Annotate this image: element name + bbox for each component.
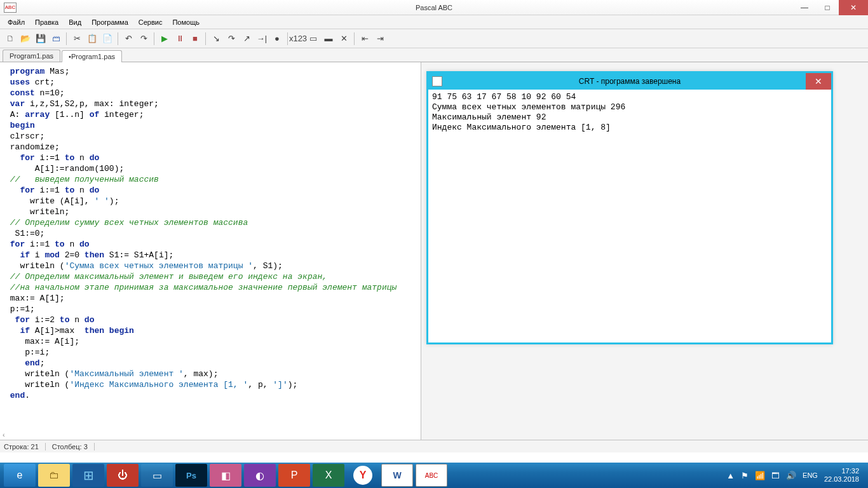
taskbar-powerpoint[interactable]: P [278, 464, 310, 487]
taskbar-word[interactable]: W [381, 464, 413, 487]
toolbar: 🗋📂💾🗃✂📋📄↶↷▶⏸■↘↷↗→|●x123▭▬✕⇤⇥ [0, 29, 868, 48]
save-icon[interactable]: 💾 [34, 32, 47, 45]
tray-up-icon[interactable]: ▲ [726, 471, 735, 480]
crt-close-button[interactable]: ✕ [806, 73, 831, 90]
system-tray: ▲ ⚑ 📶 🗔 🔊 ENG 17:32 22.03.2018 [726, 467, 865, 484]
toolbar-separator [287, 32, 288, 45]
toolbar-separator [66, 32, 67, 45]
toolbar-separator [205, 32, 206, 45]
code-editor[interactable]: program Mas; uses crt; const n=10; var i… [0, 62, 421, 440]
taskbar-explorer[interactable]: 🗀 [38, 464, 70, 487]
stop-icon[interactable]: ■ [189, 32, 201, 45]
pause-icon[interactable]: ⏸ [173, 32, 186, 45]
step-out-icon[interactable]: ↗ [240, 32, 253, 45]
tab-strip: Program1.pas•Program1.pas [0, 48, 868, 62]
run-to-cursor-icon[interactable]: →| [255, 32, 268, 45]
taskbar-start[interactable]: ⊞ [72, 464, 104, 487]
crt-output: 91 75 63 17 67 58 10 92 60 54 Сумма всех… [428, 90, 831, 135]
status-column: Столбец: 3 [52, 443, 95, 451]
battery-icon[interactable]: 🗔 [771, 471, 780, 480]
taskbar-app-pink[interactable]: ◧ [210, 464, 241, 487]
undo-icon[interactable]: ↶ [122, 32, 135, 45]
tab-Program1pas[interactable]: •Program1.pas [62, 50, 122, 62]
paste-icon[interactable]: 📄 [101, 32, 114, 45]
menu-правка[interactable]: Правка [30, 17, 64, 28]
toolbar-separator [118, 32, 118, 45]
toolbar-separator [154, 32, 154, 45]
flag-icon[interactable]: ⚑ [741, 471, 749, 480]
taskbar-excel[interactable]: X [313, 464, 344, 487]
clear-icon[interactable]: ✕ [337, 32, 350, 45]
indent-right-icon[interactable]: ⇥ [374, 32, 386, 45]
menu-сервис[interactable]: Сервис [133, 17, 168, 28]
minimize-button[interactable]: — [793, 0, 816, 15]
windows-taskbar: e🗀⊞⏻▭Ps◧◐PXYWABC ▲ ⚑ 📶 🗔 🔊 ENG 17:32 22.… [0, 463, 868, 488]
taskbar-generic1[interactable]: ▭ [141, 464, 173, 487]
menu-помощь[interactable]: Помощь [167, 17, 205, 28]
close-button[interactable]: ✕ [839, 0, 868, 15]
maximize-button[interactable]: □ [816, 0, 839, 15]
copy-icon[interactable]: 📋 [86, 32, 98, 45]
menu-bar: ФайлПравкаВидПрограммаСервисПомощь [0, 15, 868, 29]
crt-title-text: CRT - программа завершена [579, 77, 681, 86]
step-into-icon[interactable]: ↘ [210, 32, 222, 45]
volume-icon[interactable]: 🔊 [786, 471, 796, 480]
indent-left-icon[interactable]: ⇤ [358, 32, 371, 45]
crt-window: CRT - программа завершена ✕ 91 75 63 17 … [426, 71, 833, 344]
save-all-icon[interactable]: 🗃 [50, 32, 62, 45]
toolbar-separator [354, 32, 355, 45]
taskbar-app-violet[interactable]: ◐ [244, 464, 276, 487]
window-icon[interactable]: ▭ [307, 32, 320, 45]
taskbar-ie[interactable]: e [4, 464, 36, 487]
run-icon[interactable]: ▶ [158, 32, 171, 45]
redo-icon[interactable]: ↷ [137, 32, 150, 45]
new-file-icon[interactable]: 🗋 [4, 32, 17, 45]
menu-программа[interactable]: Программа [86, 17, 133, 28]
menu-вид[interactable]: Вид [64, 17, 86, 28]
breakpoint-icon[interactable]: ● [271, 32, 283, 45]
watch-icon[interactable]: x123 [292, 32, 304, 45]
right-pane: CRT - программа завершена ✕ 91 75 63 17 … [421, 62, 868, 440]
status-line: Строка: 21 [4, 443, 46, 451]
console-icon[interactable]: ▬ [322, 32, 335, 45]
menu-файл[interactable]: Файл [3, 17, 30, 28]
cut-icon[interactable]: ✂ [71, 32, 83, 45]
crt-title-bar[interactable]: CRT - программа завершена ✕ [428, 73, 831, 90]
taskbar-photoshop[interactable]: Ps [175, 464, 207, 487]
tab-Program1pas[interactable]: Program1.pas [3, 50, 60, 62]
taskbar-pascal-abc[interactable]: ABC [416, 464, 447, 487]
clock[interactable]: 17:32 22.03.2018 [824, 467, 859, 484]
taskbar-power[interactable]: ⏻ [107, 464, 139, 487]
language-indicator[interactable]: ENG [803, 471, 818, 479]
network-icon[interactable]: 📶 [755, 471, 765, 480]
main-area: program Mas; uses crt; const n=10; var i… [0, 62, 868, 440]
status-bar: Строка: 21 Столбец: 3 [0, 440, 868, 452]
scroll-left-cue: ‹ [3, 431, 5, 438]
app-icon: ABC [4, 3, 17, 13]
crt-icon [432, 76, 442, 86]
step-over-icon[interactable]: ↷ [225, 32, 238, 45]
title-bar: ABC Pascal ABC — □ ✕ [0, 0, 868, 15]
window-title: Pascal ABC [416, 4, 452, 11]
taskbar-yandex[interactable]: Y [353, 466, 372, 485]
open-file-icon[interactable]: 📂 [19, 32, 32, 45]
